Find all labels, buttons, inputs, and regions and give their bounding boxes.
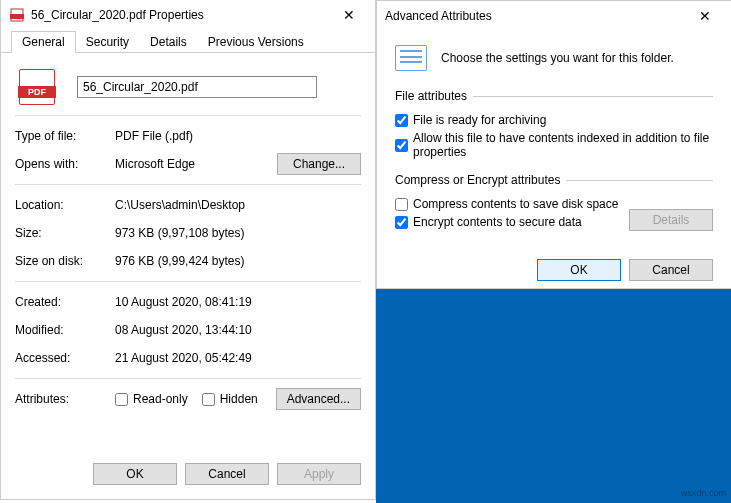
tab-security[interactable]: Security — [75, 31, 140, 53]
file-attributes-group: File attributes File is ready for archiv… — [395, 89, 713, 165]
folder-settings-icon — [395, 45, 427, 71]
index-checkbox[interactable] — [395, 139, 408, 152]
pdf-icon — [9, 7, 25, 23]
advanced-titlebar: Advanced Attributes ✕ — [377, 1, 731, 31]
advanced-button[interactable]: Advanced... — [276, 388, 361, 410]
index-checkbox-label[interactable]: Allow this file to have contents indexed… — [395, 129, 713, 161]
compress-text: Compress contents to save disk space — [413, 197, 618, 211]
cancel-button[interactable]: Cancel — [185, 463, 269, 485]
compress-checkbox[interactable] — [395, 198, 408, 211]
tab-details[interactable]: Details — [139, 31, 198, 53]
readonly-checkbox[interactable] — [115, 393, 128, 406]
compress-encrypt-legend: Compress or Encrypt attributes — [395, 173, 566, 187]
file-attributes-legend: File attributes — [395, 89, 473, 103]
close-icon[interactable]: ✕ — [683, 2, 727, 30]
label-attributes: Attributes: — [15, 392, 115, 406]
value-size-on-disk: 976 KB (9,99,424 bytes) — [115, 254, 244, 268]
value-accessed: 21 August 2020, 05:42:49 — [115, 351, 252, 365]
filename-input[interactable] — [77, 76, 317, 98]
value-opens-with: Microsoft Edge — [115, 157, 277, 171]
advanced-body: Choose the settings you want for this fo… — [377, 31, 731, 253]
readonly-text: Read-only — [133, 392, 188, 406]
advanced-title: Advanced Attributes — [385, 9, 683, 23]
desktop-background — [376, 289, 731, 503]
close-icon[interactable]: ✕ — [327, 1, 371, 29]
label-size: Size: — [15, 226, 115, 240]
watermark: wsxdn.com — [681, 488, 726, 498]
compress-encrypt-group: Compress or Encrypt attributes Compress … — [395, 173, 713, 235]
details-button[interactable]: Details — [629, 209, 713, 231]
archive-checkbox-label[interactable]: File is ready for archiving — [395, 111, 713, 129]
value-modified: 08 August 2020, 13:44:10 — [115, 323, 252, 337]
tab-strip: General Security Details Previous Versio… — [1, 30, 375, 52]
properties-window: 56_Circular_2020.pdf Properties ✕ Genera… — [0, 0, 376, 500]
label-type-of-file: Type of file: — [15, 129, 115, 143]
index-text: Allow this file to have contents indexed… — [413, 131, 713, 159]
label-accessed: Accessed: — [15, 351, 115, 365]
change-button[interactable]: Change... — [277, 153, 361, 175]
hidden-text: Hidden — [220, 392, 258, 406]
label-opens-with: Opens with: — [15, 157, 115, 171]
general-tab-body: Type of file:PDF File (.pdf) Opens with:… — [1, 52, 375, 455]
label-size-on-disk: Size on disk: — [15, 254, 115, 268]
tab-previous-versions[interactable]: Previous Versions — [197, 31, 315, 53]
hidden-checkbox[interactable] — [202, 393, 215, 406]
file-type-large-icon — [19, 69, 55, 105]
value-location: C:\Users\admin\Desktop — [115, 198, 245, 212]
value-created: 10 August 2020, 08:41:19 — [115, 295, 252, 309]
value-size: 973 KB (9,97,108 bytes) — [115, 226, 244, 240]
label-created: Created: — [15, 295, 115, 309]
value-type-of-file: PDF File (.pdf) — [115, 129, 193, 143]
label-modified: Modified: — [15, 323, 115, 337]
advanced-attributes-window: Advanced Attributes ✕ Choose the setting… — [376, 0, 731, 289]
encrypt-text: Encrypt contents to secure data — [413, 215, 582, 229]
adv-cancel-button[interactable]: Cancel — [629, 259, 713, 281]
apply-button[interactable]: Apply — [277, 463, 361, 485]
tab-general[interactable]: General — [11, 31, 76, 53]
properties-titlebar: 56_Circular_2020.pdf Properties ✕ — [1, 0, 375, 30]
advanced-footer: OK Cancel — [377, 253, 731, 291]
svg-rect-1 — [10, 14, 24, 19]
ok-button[interactable]: OK — [93, 463, 177, 485]
adv-ok-button[interactable]: OK — [537, 259, 621, 281]
hidden-checkbox-label[interactable]: Hidden — [202, 392, 276, 406]
advanced-intro: Choose the settings you want for this fo… — [441, 51, 674, 65]
properties-title: 56_Circular_2020.pdf Properties — [31, 8, 327, 22]
label-location: Location: — [15, 198, 115, 212]
readonly-checkbox-label[interactable]: Read-only — [115, 392, 188, 406]
archive-checkbox[interactable] — [395, 114, 408, 127]
properties-footer: OK Cancel Apply — [1, 455, 375, 497]
archive-text: File is ready for archiving — [413, 113, 546, 127]
encrypt-checkbox[interactable] — [395, 216, 408, 229]
